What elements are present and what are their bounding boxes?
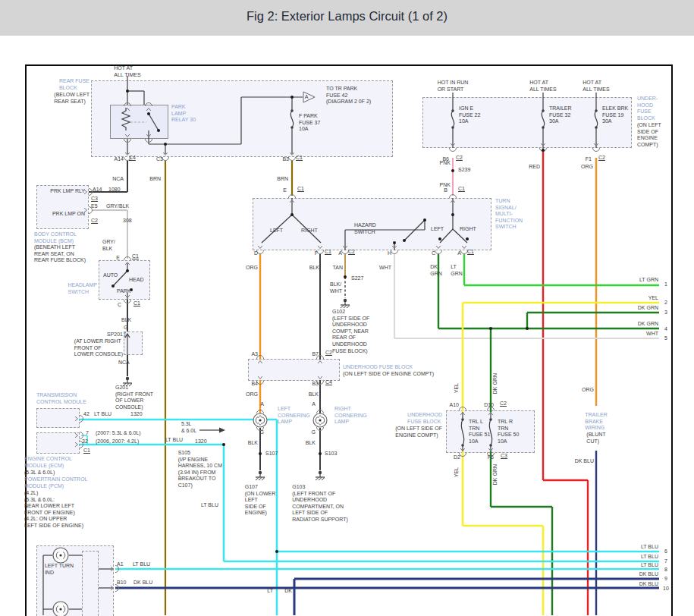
label-b: B (444, 187, 447, 194)
label-lt-grn: LT GRN (639, 277, 658, 284)
label-lt: LT (267, 588, 273, 595)
label-trailer-fuse-32-30a: TRAILER FUSE 32 30A (549, 105, 572, 125)
label-blk: BLK (248, 440, 258, 447)
label-lt-blu: LT BLU (165, 437, 183, 444)
label-lt-blu: LT BLU (641, 544, 658, 551)
label-b7: B7 (312, 351, 319, 358)
label-g102-left-side-of-underhood-: G102 (LEFT SIDE OF UNDERHOOD COMPT, NEAR… (332, 309, 369, 354)
label-2007-5-3l-6-0l: (2007: 5.3L & 6.0L) (96, 430, 141, 437)
label-s227: S227 (351, 275, 363, 282)
label-blunt-cut: (BLUNT CUT) (586, 432, 605, 445)
label-a: A (305, 94, 309, 101)
label-1320: 1320 (195, 438, 207, 445)
label-yel: YEL (454, 467, 460, 477)
label-nca: NCA (118, 360, 130, 366)
label-blk: BLK (121, 317, 131, 324)
label-f1: F1 (586, 156, 592, 163)
label-dk-blu: DK BLU (639, 581, 658, 588)
label-at-lower-right-front-of-lowe: (AT LOWER RIGHT FRONT OF LOWER CONSOLE) (74, 338, 123, 358)
label-left: LEFT (270, 228, 283, 234)
label-wht: WHT (646, 331, 658, 338)
label-c2: C2 (456, 155, 463, 162)
label-32: 32 (82, 438, 88, 445)
label-h: H (388, 250, 391, 257)
label-s103: S103 (325, 451, 337, 457)
label-g: G (260, 429, 264, 436)
label-yel: YEL (454, 383, 460, 393)
label-5: 5 (664, 335, 667, 342)
label-c4: C4 (129, 155, 136, 162)
label-pnk: PNK (440, 160, 451, 167)
label-5-3l-6-0l: 5.3L & 6.0L (181, 421, 196, 434)
label-308: 308 (123, 218, 132, 225)
label-g107-on-lower-left-side-of-e: G107 (ON LOWER LEFT SIDE OF ENGINE) (245, 484, 275, 517)
label-8: 8 (664, 567, 667, 574)
label-dk-blu: DK BLU (639, 571, 658, 578)
label-b10: B10 (117, 580, 126, 586)
label-trl-l-trn-fuse-51-10a: TRL L TRN FUSE 51 10A (469, 419, 490, 445)
label-a14: A14 (115, 156, 124, 163)
label-blk: BLK (309, 391, 319, 398)
label-right: RIGHT (301, 228, 318, 234)
label-lt-blu: LT BLU (201, 502, 218, 509)
label-c1: C1 (458, 186, 465, 193)
label-c2: C2 (500, 401, 507, 407)
label-dk-blu: DK BLU (575, 458, 594, 465)
label-park: PARK (117, 288, 131, 295)
label-c2: C2 (598, 155, 605, 162)
label-e5: E5 (91, 203, 98, 210)
label-g103-left-front-of-underhood: G103 (LEFT FRONT OF UNDERHOOD COMPARTMEN… (292, 484, 348, 523)
label-7: 7 (86, 430, 89, 437)
label-a3: A3 (251, 351, 258, 358)
label-c1: C1 (297, 186, 304, 193)
label-blk: BLK (309, 265, 319, 272)
label-c1: C1 (132, 253, 139, 260)
label-on-left-side-of-engine-compt: (ON LEFT SIDE OF ENGINE COMPT) (395, 426, 442, 438)
label-dk-grn: DK GRN (638, 305, 658, 312)
label-red: RED (529, 164, 540, 171)
label-c: C (118, 302, 121, 309)
label-c1: C1 (325, 249, 331, 256)
label-s239: S239 (458, 167, 470, 174)
label-dk-grn: DK GRN (430, 264, 442, 277)
label-ign-e-fuse-22-10a: IGN E FUSE 22 10A (459, 105, 480, 125)
label-lt-grn: LT GRN (451, 264, 463, 277)
label-body-control-module-bcm: BODY CONTROL MODULE (BCM) (34, 231, 77, 244)
label-1: 1 (664, 281, 667, 288)
label-left-turn-ind: LEFT TURN IND (45, 563, 74, 576)
label-dk-blu: DK BLU (133, 580, 152, 586)
label-dk-grn: DK GRN (492, 373, 499, 394)
label-c4: C4 (325, 379, 332, 386)
label-s107: S107 (265, 451, 278, 457)
label-lt-blu: LT BLU (133, 561, 150, 568)
label-a14: A14 (93, 187, 102, 193)
label-c1: C1 (133, 300, 140, 307)
label-42: 42 (83, 411, 89, 418)
label-a: A (260, 401, 264, 408)
label-on-left-side-of-engine-compt: (ON LEFT SIDE OF ENGINE COMPT) (637, 122, 661, 148)
label-g: G (312, 429, 316, 436)
label-1080: 1080 (108, 187, 121, 193)
label-brn: BRN (277, 176, 288, 183)
label-elek-brk-fuse-19-30a: ELEK BRK FUSE 19 30A (602, 105, 628, 125)
label-beneath-left-rear-seat-on-re: (BENEATH LEFT REAR SEAT, ON REAR FUSE BL… (34, 244, 86, 264)
label-c1: C1 (296, 155, 303, 162)
label-hot-at-all-times: HOT AT ALL TIMES (114, 65, 140, 78)
label-sp201: SP201 [ (107, 332, 126, 338)
label-10: 10 (663, 586, 669, 592)
label-lt-blu: LT BLU (94, 411, 111, 418)
label-e: E (283, 187, 287, 194)
label-dk-grn: DK GRN (638, 321, 658, 328)
label-on-left-side-of-engine-compt: (ON LEFT SIDE OF ENGINE COMPT) (343, 371, 434, 378)
label-c3: C3 (501, 453, 507, 460)
label-gry-blk: GRY/ BLK (102, 239, 115, 252)
label-blk-wht: BLK/ WHT (330, 281, 342, 294)
label-headlamp-switch: HEADLAMP SWITCH (68, 282, 97, 295)
label-c3: C3 (91, 196, 98, 203)
label-right: RIGHT (460, 226, 476, 233)
label-hot-in-run-or-start: HOT IN RUN OR START (438, 80, 469, 93)
label-c2: C2 (348, 249, 355, 256)
label-prk-lmp-rly: PRK LMP RLY (50, 188, 85, 195)
label-lt-blu: LT BLU (641, 562, 658, 569)
label-a: A (457, 250, 461, 257)
